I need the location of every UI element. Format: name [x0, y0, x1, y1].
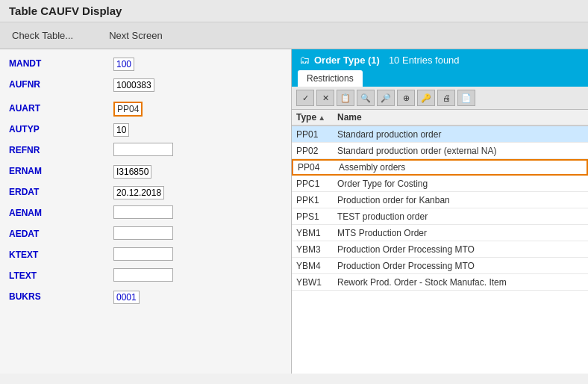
field-row-aenam: AENAM	[9, 205, 282, 221]
table-row[interactable]: YBW1Rework Prod. Order - Stock Manufac. …	[292, 274, 588, 291]
tool-cancel[interactable]: ✕	[316, 90, 334, 106]
sort-arrow-icon: ▲	[318, 114, 325, 122]
field-label-auart: AUART	[9, 103, 69, 114]
table-row[interactable]: PPK1Production order for Kanban	[292, 192, 588, 208]
table-row[interactable]: PP04Assembly orders	[292, 159, 588, 176]
field-row-mandt: MANDT100	[9, 55, 282, 72]
field-input-erdat[interactable]: 20.12.2018	[113, 186, 164, 199]
col-name-header: Name	[333, 112, 588, 123]
table-row[interactable]: YBM3Production Order Processing MTO	[292, 241, 588, 258]
field-input-bukrs[interactable]: 0001	[113, 291, 140, 304]
cell-type: YBM1	[292, 226, 333, 240]
cell-type: PP01	[292, 128, 333, 141]
cell-name: MTS Production Order	[333, 226, 588, 240]
field-label-autyp: AUTYP	[9, 124, 69, 134]
check-table-button[interactable]: Check Table...	[9, 28, 76, 43]
tool-confirm[interactable]: ✓	[296, 90, 314, 106]
tool-copy[interactable]: 📋	[337, 90, 354, 106]
cell-type: PPS1	[292, 210, 333, 223]
table-row[interactable]: YBM4Production Order Processing MTO	[292, 258, 588, 274]
cell-name: Order Type for Costing	[333, 177, 588, 191]
main-content: MANDT100AUFNR1000383AUARTPP04AUTYP10REFN…	[0, 49, 588, 374]
table-header: Type ▲ Name	[292, 110, 588, 126]
field-input-aufnr[interactable]: 1000383	[113, 78, 154, 92]
cell-name: Rework Prod. Order - Stock Manufac. Item	[333, 276, 588, 289]
popup-header: 🗂 Order Type (1) 10 Entries found	[292, 49, 588, 70]
cell-name: Standard production order (external NA)	[333, 144, 588, 158]
field-input-autyp[interactable]: 10	[113, 123, 129, 137]
cell-type: PP04	[293, 161, 334, 174]
tool-key[interactable]: 🔑	[417, 90, 435, 106]
field-row-erdat: ERDAT20.12.2018	[9, 184, 282, 200]
field-input-ktext[interactable]	[113, 247, 173, 261]
field-row-ltext: LTEXT	[9, 267, 282, 284]
field-label-aedat: AEDAT	[9, 229, 69, 239]
right-panel: 🗂 Order Type (1) 10 Entries found Restri…	[291, 49, 588, 374]
tool-print[interactable]: 🖨	[437, 90, 455, 106]
field-row-ktext: KTEXT	[9, 247, 282, 263]
field-row-auart: AUARTPP04	[9, 100, 282, 117]
table-row[interactable]: PP02Standard production order (external …	[292, 143, 588, 159]
cell-type: PPC1	[292, 177, 333, 191]
cell-name: TEST production order	[333, 210, 588, 223]
cell-name: Production Order Processing MTO	[333, 259, 588, 273]
popup-title: Order Type (1)	[314, 55, 380, 66]
field-row-bukrs: BUKRS0001	[9, 288, 282, 305]
field-row-aedat: AEDAT	[9, 226, 282, 242]
tab-restrictions[interactable]: Restrictions	[298, 70, 363, 87]
field-input-mandt[interactable]: 100	[113, 58, 134, 71]
popup-toolbar: ✓ ✕ 📋 🔍 🔎 ⊕ 🔑 🖨 📄	[292, 87, 588, 110]
tool-binoculars[interactable]: 🔎	[377, 90, 395, 106]
cell-type: YBM4	[292, 259, 333, 273]
field-label-mandt: MANDT	[9, 58, 69, 69]
cell-name: Production Order Processing MTO	[333, 243, 588, 256]
field-label-aufnr: AUFNR	[9, 79, 69, 90]
cell-type: PPK1	[292, 193, 333, 207]
left-panel: MANDT100AUFNR1000383AUARTPP04AUTYP10REFN…	[0, 49, 291, 374]
field-label-bukrs: BUKRS	[9, 291, 69, 302]
field-row-ernam: ERNAMI316850	[9, 163, 282, 179]
table-row[interactable]: PPC1Order Type for Costing	[292, 176, 588, 192]
main-toolbar: Check Table... Next Screen	[0, 22, 588, 49]
popup-table: Type ▲ Name PP01Standard production orde…	[292, 110, 588, 374]
field-input-auart[interactable]: PP04	[113, 102, 143, 117]
cell-name: Assembly orders	[334, 161, 587, 174]
cell-name: Production order for Kanban	[333, 193, 588, 207]
table-row[interactable]: PPS1TEST production order	[292, 208, 588, 225]
col-type-header: Type ▲	[292, 112, 333, 123]
field-label-refnr: REFNR	[9, 145, 69, 155]
field-label-erdat: ERDAT	[9, 187, 69, 197]
table-row[interactable]: PP01Standard production order	[292, 126, 588, 143]
next-screen-button[interactable]: Next Screen	[106, 28, 166, 43]
field-label-ltext: LTEXT	[9, 270, 69, 281]
cell-name: Standard production order	[333, 128, 588, 141]
field-input-ernam[interactable]: I316850	[113, 165, 151, 179]
popup-icon: 🗂	[299, 54, 310, 66]
tool-add[interactable]: ⊕	[397, 90, 415, 106]
cell-type: YBM3	[292, 243, 333, 256]
field-label-ernam: ERNAM	[9, 166, 69, 176]
cell-type: PP02	[292, 144, 333, 158]
field-input-aedat[interactable]	[113, 226, 173, 240]
field-row-refnr: REFNR	[9, 142, 282, 158]
field-label-aenam: AENAM	[9, 208, 69, 218]
field-row-autyp: AUTYP10	[9, 121, 282, 137]
table-body: PP01Standard production orderPP02Standar…	[292, 126, 588, 291]
field-input-aenam[interactable]	[113, 205, 173, 219]
cell-type: YBW1	[292, 276, 333, 289]
tool-doc[interactable]: 📄	[457, 90, 475, 106]
field-label-ktext: KTEXT	[9, 250, 69, 260]
field-input-refnr[interactable]	[113, 143, 173, 156]
popup-subtitle: 10 Entries found	[389, 55, 460, 66]
table-row[interactable]: YBM1MTS Production Order	[292, 225, 588, 241]
popup-tabs: Restrictions	[292, 70, 588, 87]
field-row-aufnr: AUFNR1000383	[9, 76, 282, 93]
tool-search[interactable]: 🔍	[357, 90, 375, 106]
field-input-ltext[interactable]	[113, 268, 173, 282]
page-title: Table CAUFV Display	[0, 0, 588, 22]
